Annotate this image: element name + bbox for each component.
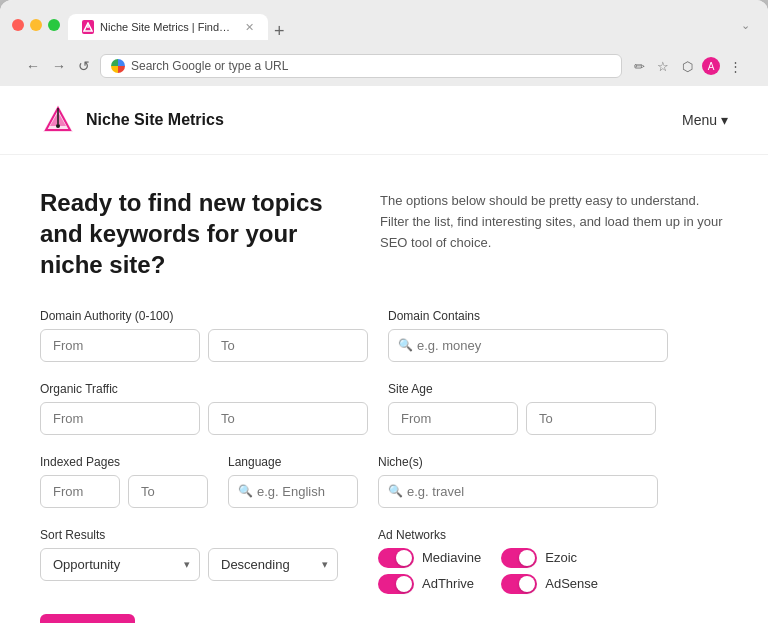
ad-networks-label: Ad Networks [378,528,605,542]
adthrive-toggle-row: AdThrive [378,574,481,594]
filter-form: Domain Authority (0-100) Domain Contains… [40,309,728,623]
sort-order-select[interactable]: Descending Ascending [208,548,338,581]
mediavine-label: Mediavine [422,550,481,565]
mediavine-toggle-row: Mediavine [378,548,481,568]
tab-title: Niche Site Metrics | Find Profi... [100,21,233,33]
adsense-label: AdSense [545,576,598,591]
indexed-pages-from-input[interactable] [40,475,120,508]
niches-label: Niche(s) [378,455,728,469]
main-content: Ready to find new topics and keywords fo… [0,155,768,623]
ezoic-label: Ezoic [545,550,577,565]
browser-chrome: Niche Site Metrics | Find Profi... ✕ + ⌄… [0,0,768,86]
site-age-group: Site Age [388,382,656,435]
logo-area: Niche Site Metrics [40,102,224,138]
form-row-4: Sort Results Opportunity Domain Authorit… [40,528,728,594]
ezoic-toggle-row: Ezoic [501,548,604,568]
site-age-from-input[interactable] [388,402,518,435]
profile-icon[interactable]: A [702,57,720,75]
bookmark-icon[interactable]: ☆ [654,57,672,75]
svg-point-6 [56,124,60,128]
new-tab-button[interactable]: + [268,22,291,40]
organic-traffic-from-input[interactable] [40,402,200,435]
maximize-window-button[interactable] [48,19,60,31]
indexed-pages-to-input[interactable] [128,475,208,508]
ad-networks-grid: Mediavine Ezoic AdThrive [378,548,605,594]
hero-description: The options below should be pretty easy … [380,187,728,281]
refresh-button[interactable]: ↺ [76,58,92,74]
indexed-pages-group: Indexed Pages [40,455,208,508]
hero-title: Ready to find new topics and keywords fo… [40,187,340,281]
address-bar-row: ← → ↺ Search Google or type a URL ✏ ☆ ⬡ … [12,48,756,86]
language-wrapper: 🔍 [228,475,358,508]
site-age-label: Site Age [388,382,656,396]
search-button[interactable]: Search [40,614,135,623]
site-age-inputs [388,402,656,435]
tab-favicon [82,20,94,34]
indexed-pages-label: Indexed Pages [40,455,208,469]
hero-section: Ready to find new topics and keywords fo… [40,187,728,281]
back-button[interactable]: ← [24,58,42,74]
tab-close-button[interactable]: ✕ [245,21,254,34]
domain-authority-inputs [40,329,368,362]
niches-wrapper: 🔍 [378,475,728,508]
site-age-to-input[interactable] [526,402,656,435]
more-icon[interactable]: ⋮ [726,57,744,75]
ezoic-toggle[interactable] [501,548,537,568]
traffic-lights [12,19,60,31]
mediavine-toggle[interactable] [378,548,414,568]
site-header: Niche Site Metrics Menu ▾ [0,86,768,155]
organic-traffic-to-input[interactable] [208,402,368,435]
adsense-toggle[interactable] [501,574,537,594]
organic-traffic-inputs [40,402,368,435]
menu-button[interactable]: Menu ▾ [682,112,728,128]
active-tab[interactable]: Niche Site Metrics | Find Profi... ✕ [68,14,268,40]
domain-contains-wrapper: 🔍 [388,329,728,362]
language-group: Language 🔍 [228,455,358,508]
tab-bar: Niche Site Metrics | Find Profi... ✕ + [68,14,291,40]
domain-authority-group: Domain Authority (0-100) [40,309,368,362]
domain-contains-input[interactable] [388,329,668,362]
niches-group: Niche(s) 🔍 [378,455,728,508]
form-row-3: Indexed Pages Language 🔍 [40,455,728,508]
logo-text: Niche Site Metrics [86,111,224,129]
extension-icon[interactable]: ⬡ [678,57,696,75]
sort-by-select[interactable]: Opportunity Domain Authority Organic Tra… [40,548,200,581]
domain-contains-search-icon: 🔍 [398,338,413,352]
address-bar[interactable]: Search Google or type a URL [100,54,622,78]
browser-window: Niche Site Metrics | Find Profi... ✕ + ⌄… [0,0,768,623]
forward-button[interactable]: → [50,58,68,74]
organic-traffic-label: Organic Traffic [40,382,368,396]
logo-icon [40,102,76,138]
domain-contains-label: Domain Contains [388,309,728,323]
edit-icon[interactable]: ✏ [630,57,648,75]
domain-contains-group: Domain Contains 🔍 [388,309,728,362]
domain-authority-label: Domain Authority (0-100) [40,309,368,323]
minimize-window-button[interactable] [30,19,42,31]
form-row-1: Domain Authority (0-100) Domain Contains… [40,309,728,362]
sort-order-wrapper: Descending Ascending ▾ [208,548,338,581]
adthrive-toggle[interactable] [378,574,414,594]
language-label: Language [228,455,358,469]
close-window-button[interactable] [12,19,24,31]
sort-results-label: Sort Results [40,528,338,542]
form-row-2: Organic Traffic Site Age [40,382,728,435]
toolbar-icons: ✏ ☆ ⬡ A ⋮ [630,57,744,75]
sort-selects: Opportunity Domain Authority Organic Tra… [40,548,338,581]
google-icon [111,59,125,73]
page-content: Niche Site Metrics Menu ▾ Ready to find … [0,86,768,623]
adthrive-label: AdThrive [422,576,474,591]
ad-networks-section: Ad Networks Mediavine Ezoic [378,528,605,594]
browser-top-bar: Niche Site Metrics | Find Profi... ✕ + ⌄ [12,10,756,40]
language-search-icon: 🔍 [238,484,253,498]
niches-input[interactable] [378,475,658,508]
indexed-pages-inputs [40,475,208,508]
sort-by-wrapper: Opportunity Domain Authority Organic Tra… [40,548,200,581]
domain-authority-to-input[interactable] [208,329,368,362]
address-text: Search Google or type a URL [131,59,288,73]
menu-chevron-icon: ▾ [721,112,728,128]
niches-search-icon: 🔍 [388,484,403,498]
search-button-row: Search [40,614,728,623]
sort-results-group: Sort Results Opportunity Domain Authorit… [40,528,338,581]
domain-authority-from-input[interactable] [40,329,200,362]
adsense-toggle-row: AdSense [501,574,604,594]
